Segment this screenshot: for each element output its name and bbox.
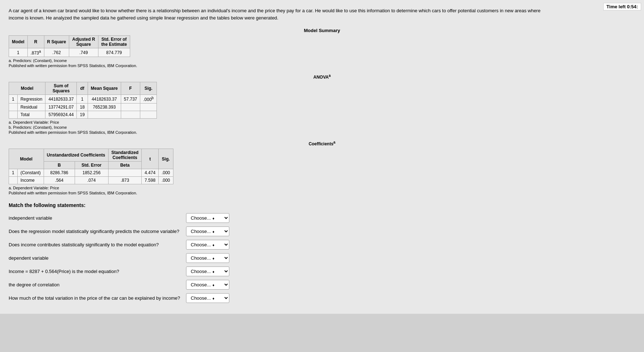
col-r: R	[27, 36, 44, 48]
cell-empty2	[9, 111, 18, 119]
cell-r: .873a	[27, 48, 44, 57]
model-summary-table: Model R R Square Adjusted RSquare Std. E…	[9, 35, 130, 57]
anova-title: ANOVAa	[9, 74, 635, 80]
cell-sig-const: .000	[159, 169, 173, 177]
model-summary-title: Model Summary	[9, 28, 635, 33]
col-adj-rsquare: Adjusted RSquare	[69, 36, 98, 48]
cell-sig-res	[140, 104, 157, 111]
cell-ss-res: 13774291.07	[45, 104, 77, 111]
cell-total: Total	[17, 111, 45, 119]
match-title: Match the following statements:	[9, 202, 635, 208]
cell-df-reg: 1	[77, 95, 88, 104]
match-label-3: Does income contributes statistically si…	[9, 242, 182, 247]
model-note-1: a. Predictors: (Constant), Income	[9, 58, 635, 63]
match-select-7[interactable]: Choose... ⬧ Yes No Income Price .873 .76…	[186, 293, 229, 303]
col-std-error: Std. Error	[75, 162, 108, 169]
coefficients-block: Coefficientsa Model Unstandardized Coeff…	[9, 140, 635, 195]
match-section: Match the following statements: independ…	[9, 202, 635, 303]
anova-note-3: Published with written permission from S…	[9, 130, 635, 135]
anova-table: Model Sum ofSquares df Mean Square F Sig…	[9, 82, 157, 119]
col-rsquare: R Square	[44, 36, 69, 48]
model-note-2: Published with written permission from S…	[9, 63, 635, 68]
anova-block: ANOVAa Model Sum ofSquares df Mean Squar…	[9, 74, 635, 135]
match-select-3[interactable]: Choose... ⬧ Yes No Income Price .873 .76…	[186, 240, 229, 250]
col-model: Model	[9, 36, 28, 48]
match-label-5: Income = 8287 + 0.564(Price) is the mode…	[9, 269, 182, 274]
table-row: Total 57956924.44 19	[9, 111, 157, 119]
cell-sig-income: .000	[159, 177, 173, 184]
timer-text: Time left 0:54:	[606, 4, 638, 9]
match-row-1: independent variable Choose... ⬧ Yes No …	[9, 213, 635, 223]
col-model-anova: Model	[9, 82, 45, 95]
intro-paragraph: A car agent of a known car brand would l…	[9, 7, 550, 21]
match-label-2: Does the regression model statistically …	[9, 229, 182, 234]
cell-b-const: 8286.786	[44, 169, 75, 177]
col-beta: Beta	[108, 162, 141, 169]
cell-income: Income	[17, 177, 44, 184]
coeff-note-1: a. Dependent Variable: Price	[9, 186, 635, 190]
coeff-title: Coefficientsa	[9, 140, 635, 146]
cell-sig-total	[140, 111, 157, 119]
match-select-5[interactable]: Choose... ⬧ Yes No Income Price .873 .76…	[186, 267, 229, 276]
cell-ms-reg: 44182633.37	[88, 95, 121, 104]
cell-ms-total	[88, 111, 121, 119]
cell-std-error: 874.779	[98, 48, 130, 57]
cell-sig-reg: .000b	[140, 95, 157, 104]
match-row-5: Income = 8287 + 0.564(Price) is the mode…	[9, 267, 635, 276]
cell-beta-income: .873	[108, 177, 141, 184]
cell-model: 1	[9, 48, 28, 57]
cell-rsquare: .762	[44, 48, 69, 57]
table-row: Income .564 .074 .873 7.598 .000	[9, 177, 173, 184]
cell-empty	[9, 104, 18, 111]
col-b: B	[44, 162, 75, 169]
col-std-error: Std. Error ofthe Estimate	[98, 36, 130, 48]
cell-df-res: 18	[77, 104, 88, 111]
match-select-6[interactable]: Choose... ⬧ Yes No Income Price .873 .76…	[186, 280, 229, 290]
match-row-2: Does the regression model statistically …	[9, 226, 635, 236]
match-select-1[interactable]: Choose... ⬧ Yes No Income Price .873 .76…	[186, 213, 229, 223]
match-label-1: independent variable	[9, 215, 182, 221]
match-row-7: How much of the total variation in the p…	[9, 293, 635, 303]
match-label-6: the degree of correlation	[9, 282, 182, 287]
cell-ss-total: 57956924.44	[45, 111, 77, 119]
table-row: 1 Regression 44182633.37 1 44182633.37 5…	[9, 95, 157, 104]
col-sig-coeff: Sig.	[159, 149, 173, 169]
match-select-4[interactable]: Choose... ⬧ Yes No Income Price .873 .76…	[186, 253, 229, 263]
col-model-coeff: Model	[9, 149, 44, 169]
cell-residual: Residual	[17, 104, 45, 111]
cell-df-total: 19	[77, 111, 88, 119]
cell-constant: (Constant)	[17, 169, 44, 177]
match-row-4: dependent variable Choose... ⬧ Yes No In…	[9, 253, 635, 263]
cell-beta-const	[108, 169, 141, 177]
col-std: StandardizedCoefficients	[108, 149, 141, 162]
table-row: 1 .873a .762 .749 874.779	[9, 48, 130, 57]
cell-se-income: .074	[75, 177, 108, 184]
match-row-6: the degree of correlation Choose... ⬧ Ye…	[9, 280, 635, 290]
cell-regression: Regression	[17, 95, 45, 104]
match-row-3: Does income contributes statistically si…	[9, 240, 635, 250]
coeff-note-2: Published with written permission from S…	[9, 191, 635, 195]
model-summary-block: Model Summary Model R R Square Adjusted …	[9, 28, 635, 68]
match-label-4: dependent variable	[9, 255, 182, 261]
cell-model-num: 1	[9, 95, 18, 104]
table-row: 1 (Constant) 8286.786 1852.256 4.474 .00…	[9, 169, 173, 177]
cell-f: 57.737	[121, 95, 140, 104]
col-mean-square: Mean Square	[88, 82, 121, 95]
col-df: df	[77, 82, 88, 95]
col-unstd: Unstandardized Coefficients	[44, 149, 108, 162]
col-f: F	[121, 82, 140, 95]
anova-note-2: b. Predictors: (Constant), Income	[9, 125, 635, 129]
cell-f-res	[121, 104, 140, 111]
anova-note-1: a. Dependent Variable: Price	[9, 120, 635, 124]
cell-f-total	[121, 111, 140, 119]
table-row: Residual 13774291.07 18 765238.393	[9, 104, 157, 111]
cell-ms-res: 765238.393	[88, 104, 121, 111]
match-label-7: How much of the total variation in the p…	[9, 295, 182, 301]
cell-b-income: .564	[44, 177, 75, 184]
match-select-2[interactable]: Choose... ⬧ Yes No Income Price .873 .76…	[186, 226, 229, 236]
cell-t-const: 4.474	[142, 169, 159, 177]
cell-model-coeff: 1	[9, 169, 18, 177]
cell-empty3	[9, 177, 18, 184]
coefficients-table: Model Unstandardized Coefficients Standa…	[9, 149, 173, 184]
cell-se-const: 1852.256	[75, 169, 108, 177]
